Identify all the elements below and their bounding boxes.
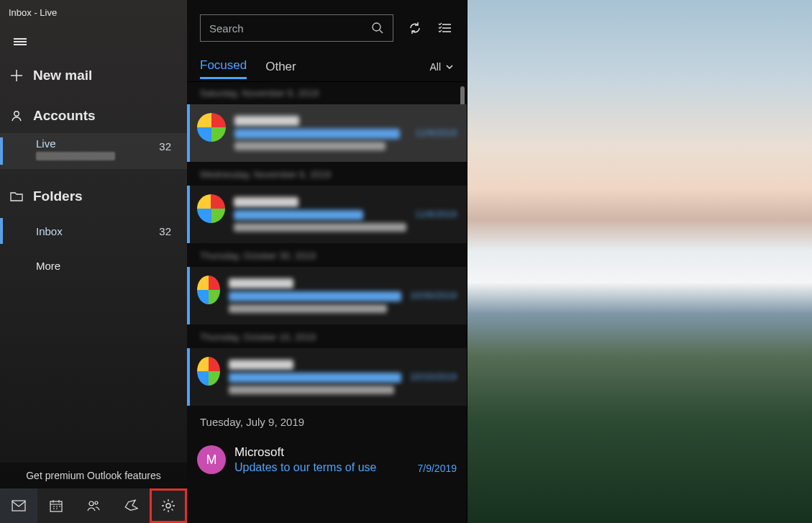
- svg-point-4: [95, 501, 98, 504]
- refresh-icon: [408, 21, 422, 35]
- chevron-down-icon: [445, 63, 454, 71]
- message-item[interactable]: 11/6/2019: [187, 186, 467, 243]
- sidebar: Inbox - Live New mail Accounts Live 32 F…: [0, 0, 187, 523]
- mail-app-button[interactable]: [0, 488, 37, 523]
- calendar-app-button[interactable]: [37, 488, 75, 523]
- date-header-blurred: Thursday, October 10, 2019: [187, 326, 467, 348]
- svg-point-5: [166, 504, 170, 508]
- folders-header[interactable]: Folders: [0, 179, 187, 214]
- account-count: 32: [159, 140, 171, 153]
- svg-point-3: [89, 501, 93, 506]
- tab-other[interactable]: Other: [265, 55, 296, 78]
- selection-mode-button[interactable]: [437, 19, 454, 37]
- sync-button[interactable]: [406, 19, 424, 37]
- message-item[interactable]: 10/10/2019: [187, 348, 467, 406]
- mail-icon: [12, 500, 26, 511]
- tag-icon: [124, 499, 138, 512]
- search-input[interactable]: [209, 22, 371, 35]
- date-header-blurred: Saturday, November 9, 2019: [187, 82, 467, 104]
- plus-icon: [10, 69, 33, 82]
- tab-focused[interactable]: Focused: [200, 54, 247, 79]
- account-email-redacted: [36, 152, 115, 160]
- new-mail-button[interactable]: New mail: [0, 58, 187, 93]
- window-title: Inbox - Live: [0, 0, 187, 25]
- avatar-icon: [197, 357, 220, 386]
- message-date: 7/9/2019: [418, 463, 457, 474]
- folder-item-more[interactable]: More: [0, 248, 187, 283]
- multiselect-icon: [438, 22, 452, 34]
- reading-pane-background: [467, 0, 812, 523]
- sidebar-bottom-bar: [0, 488, 187, 523]
- calendar-icon: [50, 499, 63, 512]
- hamburger-menu[interactable]: [4, 25, 37, 58]
- avatar-icon: M: [197, 445, 226, 474]
- settings-button[interactable]: [150, 488, 187, 523]
- avatar-icon: [197, 113, 226, 142]
- message-sender: Microsoft: [234, 445, 409, 460]
- gear-icon: [161, 499, 175, 513]
- message-subject: Updates to our terms of use: [234, 461, 409, 474]
- account-item-live[interactable]: Live 32: [0, 133, 187, 169]
- svg-point-6: [373, 23, 380, 31]
- date-header: Tuesday, July 9, 2019: [187, 407, 467, 437]
- message-item[interactable]: 11/9/2019: [187, 104, 467, 162]
- message-list-pane: Focused Other All Saturday, November 9, …: [187, 0, 467, 523]
- people-icon: [86, 499, 101, 512]
- message-item[interactable]: M Microsoft Updates to our terms of use …: [187, 437, 467, 483]
- svg-point-0: [14, 112, 19, 116]
- search-box[interactable]: [200, 14, 393, 42]
- folder-icon: [10, 191, 33, 202]
- filter-dropdown[interactable]: All: [429, 61, 454, 73]
- account-name: Live: [36, 137, 115, 150]
- message-item[interactable]: 10/30/2019: [187, 267, 467, 324]
- message-list[interactable]: Saturday, November 9, 2019 11/9/2019 Wed…: [187, 82, 467, 523]
- person-icon: [10, 109, 33, 122]
- date-header-blurred: Thursday, October 30, 2019: [187, 245, 467, 267]
- todo-app-button[interactable]: [112, 488, 150, 523]
- search-icon: [371, 22, 384, 35]
- avatar-icon: [197, 194, 225, 223]
- premium-banner[interactable]: Get premium Outlook features: [0, 463, 187, 488]
- people-app-button[interactable]: [75, 488, 112, 523]
- date-header-blurred: Wednesday, November 6, 2019: [187, 163, 467, 186]
- accounts-header[interactable]: Accounts: [0, 99, 187, 133]
- avatar-icon: [197, 276, 220, 304]
- svg-rect-1: [12, 501, 25, 511]
- folder-item-inbox[interactable]: Inbox 32: [0, 214, 187, 248]
